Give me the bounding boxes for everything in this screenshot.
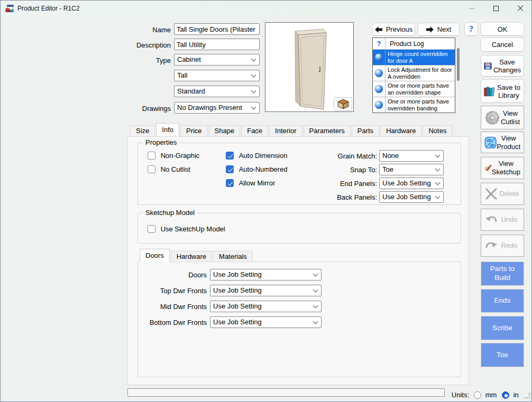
chevron-down-icon — [435, 194, 441, 199]
progress-bar — [127, 388, 445, 397]
resize-grip[interactable] — [525, 392, 530, 400]
delete-button[interactable]: Delete — [481, 183, 524, 205]
arrow-right-icon — [426, 26, 434, 33]
end-panels-value: Use Job Setting — [382, 179, 431, 187]
close-button[interactable] — [508, 1, 532, 16]
help-button[interactable]: ? — [464, 22, 478, 36]
top-dwr-fronts-select[interactable]: Use Job Setting — [210, 285, 322, 296]
tab-shape[interactable]: Shape — [209, 125, 241, 136]
log-row[interactable]: One or more parts have overridden bandin… — [373, 97, 455, 113]
toe-button[interactable]: Toe — [481, 343, 524, 367]
view-product-button[interactable]: 2D 3D View Product — [481, 132, 524, 153]
no-cutlist-checkbox-row[interactable]: No Cutlist — [148, 165, 190, 173]
subtab-doors[interactable]: Doors — [140, 249, 170, 262]
auto-dimension-checkbox-row[interactable]: Auto Dimension — [226, 152, 287, 160]
mid-dwr-fronts-select[interactable]: Use Job Setting — [210, 301, 322, 312]
grain-match-select[interactable]: None — [379, 150, 444, 162]
cancel-button[interactable]: Cancel — [481, 38, 524, 52]
bottom-dwr-fronts-select[interactable]: Use Job Setting — [210, 316, 322, 328]
type-select[interactable]: Cabinet — [174, 54, 260, 66]
tab-info[interactable]: Info — [156, 123, 179, 136]
non-graphic-checkbox-row[interactable]: Non-Graphic — [148, 152, 199, 160]
auto-dimension-label: Auto Dimension — [239, 152, 288, 160]
mid-dwr-fronts-label: Mid Dwr Fronts — [138, 303, 207, 311]
snap-to-select[interactable]: Toe — [379, 164, 444, 175]
type3-select[interactable]: Standard — [174, 86, 260, 97]
tab-hardware[interactable]: Hardware — [380, 125, 421, 136]
log-row[interactable]: One or more parts have an overridden sha… — [373, 81, 455, 97]
snap-to-value: Toe — [382, 165, 393, 173]
units-mm-label: mm — [485, 391, 497, 399]
tab-size[interactable]: Size — [130, 125, 155, 136]
log-scrollbar[interactable] — [457, 40, 460, 113]
view-cutlist-label: View Cutlist — [500, 109, 520, 126]
drawings-select[interactable]: No Drawings Present — [174, 102, 260, 114]
type-label: Type — [85, 57, 171, 64]
delete-label: Delete — [498, 190, 520, 198]
units-in-label: in — [513, 391, 519, 399]
back-panels-select[interactable]: Use Job Setting — [379, 191, 444, 203]
log-scrollbar-thumb[interactable] — [457, 48, 460, 81]
minimize-button[interactable] — [460, 1, 484, 16]
properties-group: Properties Non-Graphic No Cutlist Auto D… — [137, 143, 461, 205]
tab-parameters[interactable]: Parameters — [304, 125, 351, 136]
subtab-hardware[interactable]: Hardware — [171, 251, 212, 262]
chevron-down-icon — [435, 153, 441, 158]
use-sketchup-checkbox-row[interactable]: Use SketchUp Model — [148, 225, 225, 233]
next-button[interactable]: Next — [418, 23, 460, 36]
view-sketchup-button[interactable]: View Sketchup — [481, 157, 524, 179]
allow-mirror-checkbox[interactable] — [226, 179, 234, 187]
chevron-down-icon — [313, 272, 318, 277]
type2-select[interactable]: Tall — [174, 70, 260, 81]
view-cube-button[interactable] — [334, 97, 352, 111]
scribe-button[interactable]: Scribe — [481, 316, 524, 340]
status-sphere-icon — [375, 69, 383, 77]
save-to-library-button[interactable]: Save to Library — [481, 79, 524, 103]
use-sketchup-checkbox[interactable] — [148, 225, 155, 233]
no-cutlist-checkbox[interactable] — [148, 165, 155, 173]
units-mm-radio[interactable] — [474, 391, 481, 399]
log-row[interactable]: Hinge count overridden for door A — [373, 50, 455, 66]
allow-mirror-checkbox-row[interactable]: Allow Mirror — [226, 179, 275, 187]
maximize-button[interactable] — [484, 1, 508, 16]
units-in-radio[interactable] — [502, 391, 509, 399]
tab-notes[interactable]: Notes — [423, 125, 452, 136]
tab-face[interactable]: Face — [241, 125, 268, 136]
auto-numbered-checkbox[interactable] — [226, 165, 234, 173]
sketchup-model-group: Sketchup Model Use SketchUp Model — [137, 213, 461, 244]
description-input[interactable] — [174, 39, 260, 50]
tab-price[interactable]: Price — [180, 125, 208, 136]
ok-button[interactable]: OK — [481, 22, 524, 36]
parts-to-build-label: Parts to Build — [487, 265, 518, 283]
units-in-radio-row[interactable]: in — [502, 391, 519, 399]
toe-label: Toe — [497, 351, 508, 360]
redo-button[interactable]: Redo — [481, 235, 524, 257]
doors-select[interactable]: Use Job Setting — [210, 269, 322, 281]
ends-button[interactable]: Ends — [481, 289, 524, 313]
tab-parts[interactable]: Parts — [352, 125, 379, 136]
undo-button[interactable]: Undo — [481, 209, 524, 231]
library-books-icon — [484, 85, 495, 98]
log-row[interactable]: Lock Adjustment for door A overridden — [373, 66, 455, 81]
save-changes-button[interactable]: Save Changes — [481, 55, 524, 77]
chevron-down-icon — [251, 72, 256, 78]
view-cutlist-button[interactable]: View Cutlist — [481, 106, 524, 129]
parts-to-build-button[interactable]: Parts to Build — [481, 261, 524, 286]
non-graphic-checkbox[interactable] — [148, 152, 155, 160]
end-panels-select[interactable]: Use Job Setting — [379, 177, 444, 189]
auto-dimension-checkbox[interactable] — [226, 152, 234, 160]
properties-group-title: Properties — [143, 138, 179, 146]
doors-value: Use Job Setting — [213, 270, 262, 278]
auto-numbered-checkbox-row[interactable]: Auto-Numbered — [226, 165, 287, 173]
name-input[interactable] — [174, 23, 260, 35]
units-mm-radio-row[interactable]: mm — [474, 391, 497, 399]
chevron-down-icon — [313, 303, 318, 308]
top-dwr-fronts-value: Use Job Setting — [213, 286, 262, 294]
redo-arrow-icon — [484, 241, 498, 250]
description-label: Description — [85, 41, 171, 49]
tab-interior[interactable]: Interior — [269, 125, 302, 136]
subtab-materials[interactable]: Materials — [213, 251, 253, 262]
previous-button[interactable]: Previous — [372, 23, 415, 36]
bottom-dwr-fronts-value: Use Job Setting — [213, 318, 262, 326]
log-row-text: One or more parts have an overridden sha… — [386, 81, 455, 97]
